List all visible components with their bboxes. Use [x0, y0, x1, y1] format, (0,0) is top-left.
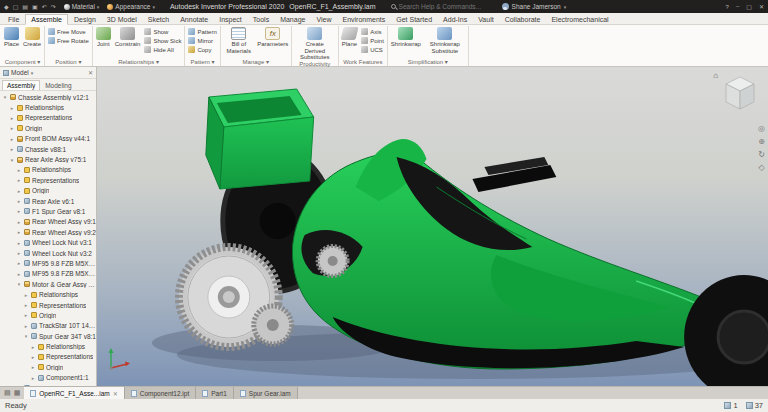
tree-item[interactable]: MF95 9.8 FZB M5X8 v1 — [0, 269, 96, 279]
tree-item[interactable]: Spur Gear 34T v8:1 — [0, 331, 96, 341]
close-tab-icon[interactable]: ✕ — [113, 390, 118, 397]
show-sick-button[interactable]: Show Sick — [144, 37, 181, 44]
tree-item[interactable]: Chassie Assembly v12:1 — [0, 92, 96, 102]
tab-list-icon[interactable]: ▤ — [4, 389, 11, 397]
expand-arrow-icon[interactable] — [30, 364, 36, 370]
expand-arrow-icon[interactable] — [16, 229, 22, 235]
expand-arrow-icon[interactable] — [30, 354, 36, 360]
viewcube[interactable] — [720, 72, 760, 114]
tree-item[interactable]: Relationships — [0, 289, 96, 299]
expand-arrow-icon[interactable] — [16, 167, 22, 173]
maximize-button[interactable]: ▢ — [746, 3, 752, 10]
tree-item[interactable]: F1 Spur Gear v8:1 — [0, 206, 96, 216]
copy-button[interactable]: Copy — [188, 46, 216, 53]
expand-arrow-icon[interactable] — [16, 188, 22, 194]
expand-arrow-icon[interactable] — [16, 250, 22, 256]
expand-arrow-icon[interactable] — [16, 240, 22, 246]
free-move-button[interactable]: Free Move — [48, 28, 89, 35]
pinion-gear[interactable] — [254, 306, 292, 344]
tree-item[interactable]: Rear Axle v6:1 — [0, 196, 96, 206]
group-label-position[interactable]: Position ▾ — [48, 58, 89, 66]
minimize-button[interactable]: – — [736, 3, 739, 10]
tree-item[interactable]: Wheel Lock Nut v3:2 — [0, 248, 96, 258]
expand-arrow-icon[interactable] — [9, 105, 15, 111]
tree-item[interactable]: Relationships — [0, 102, 96, 112]
tree-item[interactable]: Representations — [0, 352, 96, 362]
expand-arrow-icon[interactable] — [9, 146, 15, 152]
ribbon-tab[interactable]: Annotate — [175, 15, 213, 24]
expand-arrow-icon[interactable] — [30, 344, 36, 350]
open-icon[interactable]: ▤ — [22, 4, 28, 10]
tree-item[interactable]: Origin — [0, 310, 96, 320]
tree-item[interactable]: Rear Axle Assy v75:1 — [0, 154, 96, 164]
pan-icon[interactable]: ⊕ — [758, 138, 765, 146]
bill-of-materials-button[interactable]: Bill of Materials — [224, 27, 254, 54]
tab-grid-icon[interactable]: ▦ — [14, 389, 21, 397]
orbit-icon[interactable]: ↻ — [758, 151, 765, 159]
ribbon-tab[interactable]: Design — [69, 15, 101, 24]
free-rotate-button[interactable]: Free Rotate — [48, 37, 89, 44]
tree-item[interactable]: Front BOM Assy v44:1 — [0, 134, 96, 144]
expand-arrow-icon[interactable] — [9, 136, 15, 142]
create-derived-substitutes-button[interactable]: Create Derived Substitutes — [295, 27, 335, 61]
point-button[interactable]: Point — [361, 37, 384, 44]
ribbon-tab[interactable]: Sketch — [143, 15, 174, 24]
group-label-work-features[interactable]: Work Features — [342, 59, 384, 66]
save-icon[interactable]: ▣ — [32, 4, 38, 10]
place-button[interactable]: Place — [4, 27, 19, 48]
tree-item[interactable]: Representations — [0, 113, 96, 123]
pattern-button[interactable]: Pattern — [188, 28, 216, 35]
undo-icon[interactable]: ↶ — [42, 4, 47, 10]
plane-button[interactable]: Plane — [342, 27, 357, 48]
expand-arrow-icon[interactable] — [16, 219, 22, 225]
create-button[interactable]: Create — [23, 27, 41, 48]
tree-item[interactable]: Relationships — [0, 341, 96, 351]
tree-item[interactable]: Chassie v88:1 — [0, 144, 96, 154]
expand-arrow-icon[interactable] — [16, 198, 22, 204]
mirror-button[interactable]: Mirror — [188, 37, 216, 44]
ribbon-tab[interactable]: View — [311, 15, 336, 24]
expand-arrow-icon[interactable] — [9, 125, 15, 131]
document-tab[interactable]: OpenRC_F1_Asse...iam ✕ — [24, 387, 124, 399]
constrain-button[interactable]: Constrain — [115, 27, 141, 48]
expand-arrow-icon[interactable] — [9, 115, 15, 121]
ribbon-tab[interactable]: Electromechanical — [546, 15, 613, 24]
expand-arrow-icon[interactable] — [9, 157, 15, 163]
new-file-icon[interactable]: ▢ — [13, 4, 19, 10]
expand-arrow-icon[interactable] — [16, 271, 22, 277]
expand-arrow-icon[interactable] — [16, 260, 22, 266]
tree-item[interactable]: Motor & Gear Assy v12 — [0, 279, 96, 289]
expand-arrow-icon[interactable] — [23, 333, 29, 339]
group-label-simplification[interactable]: Simplification ▾ — [391, 58, 465, 66]
expand-arrow-icon[interactable] — [23, 323, 29, 329]
f1-car-body[interactable] — [292, 139, 714, 369]
tree-item[interactable]: Origin — [0, 362, 96, 372]
ribbon-tab[interactable]: Get Started — [391, 15, 437, 24]
hide-all-button[interactable]: Hide All — [144, 46, 181, 53]
redo-icon[interactable]: ↷ — [51, 4, 56, 10]
group-label-component[interactable]: Component ▾ — [4, 58, 41, 66]
tree-item[interactable]: Representations — [0, 300, 96, 310]
expand-arrow-icon[interactable] — [30, 375, 36, 381]
expand-arrow-icon[interactable] — [16, 177, 22, 183]
group-label-manage[interactable]: Manage ▾ — [224, 58, 288, 66]
tree-item[interactable]: Origin — [0, 186, 96, 196]
group-label-relationships[interactable]: Relationships ▾ — [96, 58, 182, 66]
3d-viewport[interactable]: ⌂ ◎⊕↻◇ — [97, 67, 768, 386]
close-icon[interactable]: ✕ — [88, 69, 93, 76]
ribbon-tab[interactable]: Assemble — [25, 14, 68, 25]
look-at-icon[interactable]: ◇ — [758, 164, 764, 172]
expand-arrow-icon[interactable] — [23, 302, 29, 308]
ribbon-tab[interactable]: Collaborate — [500, 15, 546, 24]
material-dropdown[interactable]: Material ▾ — [64, 3, 100, 10]
ribbon-tab[interactable]: Environments — [337, 15, 390, 24]
tree-item[interactable]: Representations — [0, 175, 96, 185]
document-tab[interactable]: Spur Gear.iam — [234, 387, 298, 399]
selected-green-box-part[interactable] — [206, 89, 314, 189]
joint-button[interactable]: Joint — [96, 27, 111, 48]
browser-panel-title[interactable]: Model — [11, 69, 29, 76]
chevron-down-icon[interactable]: ▾ — [31, 70, 34, 76]
expand-arrow-icon[interactable] — [16, 281, 22, 287]
close-button[interactable]: ✕ — [759, 3, 764, 10]
tree-item[interactable]: Rear Wheel Assy v9:2 — [0, 227, 96, 237]
